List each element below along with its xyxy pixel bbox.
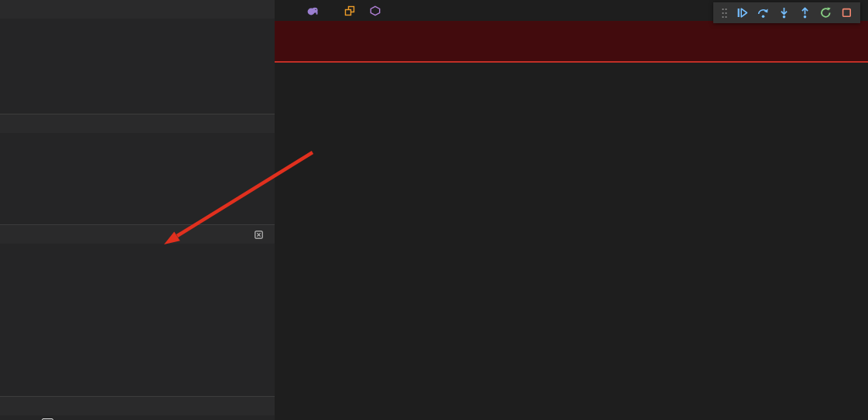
php-file-icon	[307, 6, 319, 15]
variables-group-locals[interactable]	[0, 70, 275, 87]
variables-group-user-constants[interactable]	[0, 104, 275, 114]
exception-icon	[255, 230, 263, 239]
step-out-button[interactable]	[798, 5, 812, 22]
gripper-icon	[721, 7, 728, 19]
step-over-button[interactable]	[756, 5, 770, 22]
variables-pane	[0, 0, 275, 114]
call-stack-header[interactable]	[0, 225, 275, 244]
restart-button[interactable]	[818, 5, 832, 22]
restart-icon	[819, 6, 832, 19]
toolbar-drag-handle[interactable]	[720, 5, 728, 22]
breakpoints-header[interactable]	[0, 397, 275, 415]
variable-exception-node[interactable]	[0, 19, 275, 36]
breakpoints-pane	[0, 396, 275, 420]
debug-toolbar	[713, 2, 860, 23]
paused-on-exception-badge	[255, 230, 267, 239]
class-symbol-icon	[344, 5, 355, 16]
breadcrumb-item-file[interactable]	[307, 6, 323, 15]
variable-type-row[interactable]	[0, 36, 275, 53]
breadcrumb-item-method[interactable]	[370, 5, 384, 16]
continue-icon	[736, 6, 749, 19]
step-into-button[interactable]	[777, 5, 791, 22]
step-over-icon	[757, 6, 770, 19]
variables-header[interactable]	[0, 0, 275, 19]
editor	[275, 0, 868, 420]
method-symbol-icon	[370, 5, 381, 16]
step-into-icon	[777, 6, 791, 19]
breadcrumb-item-class[interactable]	[344, 5, 359, 16]
step-out-icon	[798, 6, 812, 19]
breakpoint-item-notices[interactable]	[0, 415, 275, 420]
variable-message-row[interactable]	[0, 53, 275, 70]
variables-group-superglobals[interactable]	[0, 87, 275, 104]
debug-sidebar	[0, 0, 275, 420]
stop-icon	[840, 6, 853, 19]
watch-header[interactable]	[0, 114, 275, 133]
watch-pane	[0, 114, 275, 225]
stop-button[interactable]	[839, 5, 853, 22]
vscode-debug-window	[0, 0, 868, 420]
call-stack-pane	[0, 224, 275, 397]
continue-button[interactable]	[735, 5, 749, 22]
